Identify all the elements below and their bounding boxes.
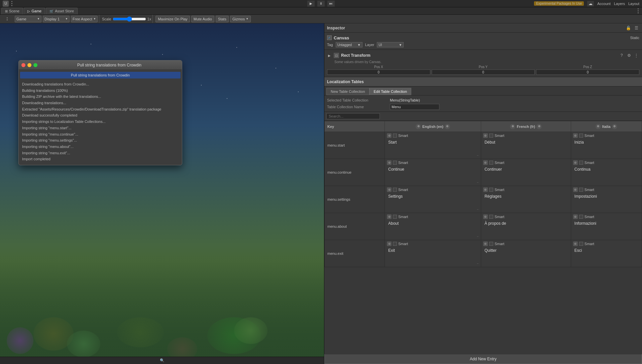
pos-z-label: Pos Z (536, 65, 639, 69)
rect-transform-icon: ⊡ (334, 53, 339, 58)
maximize-on-play-btn[interactable]: Maximize On Play (155, 16, 190, 22)
log-line-7: Importing string "menu.start"... (22, 125, 179, 131)
smart-label: Smart (495, 215, 504, 219)
smart-checkbox[interactable] (579, 134, 583, 138)
window-close-button[interactable] (21, 63, 25, 67)
tab-bar-menu[interactable] (637, 8, 639, 14)
layers-link[interactable]: Layers (614, 2, 625, 6)
view-options-group: Maximize On Play Mute Audio Stats Gizmos… (154, 15, 252, 23)
cell-expand[interactable]: − (387, 235, 479, 238)
smart-label: Smart (584, 242, 594, 246)
tab-scene-label: Scene (9, 9, 19, 13)
smart-checkbox[interactable] (393, 215, 397, 219)
lock-icon[interactable]: 🔓 (625, 25, 631, 31)
smart-label: Smart (584, 215, 594, 219)
display-dropdown[interactable]: Display 1 ▼ (43, 16, 70, 22)
tag-dropdown[interactable]: Untagged ▼ (336, 42, 362, 47)
table-row: menu.continue ⚙ Smart Continue − (325, 159, 642, 186)
mute-audio-btn[interactable]: Mute Audio (191, 16, 214, 22)
smart-checkbox[interactable] (489, 242, 493, 246)
log-line-3: Downloading translations... (22, 100, 179, 106)
add-new-entry-button[interactable]: Add New Entry (324, 354, 642, 364)
play-button[interactable]: ▶ (307, 1, 315, 7)
smart-checkbox[interactable] (579, 161, 583, 165)
step-button[interactable]: ⏭ (327, 1, 335, 7)
top-bar: U ▶ ⏸ ⏭ Experimental Packages In Use ☁ A… (0, 0, 642, 7)
cell-value: Continuer (483, 166, 569, 184)
pos-z-input[interactable] (536, 69, 639, 75)
loc-search (324, 112, 642, 121)
top-bar-right: Experimental Packages In Use ☁ Account L… (534, 1, 639, 6)
window-maximize-button[interactable] (33, 63, 37, 67)
log-line-1: Building translations (100%) (22, 87, 179, 94)
canvas-enabled-checkbox[interactable]: ✓ (327, 35, 332, 40)
search-input[interactable] (326, 113, 380, 119)
smart-icon: ⚙ (573, 160, 578, 165)
gizmos-btn[interactable]: Gizmos ▼ (230, 16, 251, 22)
smart-checkbox[interactable] (489, 215, 493, 219)
rect-more-icon[interactable]: ⋮ (633, 52, 639, 58)
row-en-exit: ⚙ Smart Exit − (385, 240, 481, 267)
canvas-section: ✓ Canvas Static Tag Untagged ▼ Layer UI … (324, 33, 642, 50)
store-icon: 🛒 (49, 9, 54, 13)
aspect-dropdown[interactable]: Free Aspect ▼ (71, 16, 98, 22)
collection-name-input[interactable] (390, 104, 439, 110)
row-key-exit: menu.exit (325, 240, 385, 267)
experimental-packages-badge[interactable]: Experimental Packages In Use (534, 1, 584, 6)
smart-label: Smart (495, 242, 504, 246)
smart-checkbox[interactable] (393, 242, 397, 246)
collection-name-row: Table Collection Name (327, 104, 639, 110)
game-dropdown[interactable]: Game ▼ (15, 16, 41, 22)
stats-btn[interactable]: Stats (216, 16, 229, 22)
smart-checkbox[interactable] (489, 188, 493, 192)
rect-transform-header[interactable]: ▶ ⊡ Rect Transform ? ⚙ ⋮ (327, 52, 639, 59)
tab-game[interactable]: ▷ Game (24, 8, 45, 14)
row-fr-continue: ⚙ Smart Continuer (481, 159, 571, 186)
layer-dropdown[interactable]: UI ▼ (377, 42, 404, 47)
toolbar-dots[interactable] (6, 17, 8, 21)
log-line-0: Downloading translations from Crowdin... (22, 81, 179, 87)
log-line-6: Importing strings to Localization Table … (22, 119, 179, 125)
cell-expand[interactable]: − (387, 181, 479, 184)
smart-checkbox[interactable] (489, 134, 493, 138)
loc-table-container[interactable]: Key ⚙ English (en) ⚙ ⚙ (324, 121, 642, 354)
row-it-about: ⚙ Smart Informazioni (571, 213, 642, 240)
smart-checkbox[interactable] (579, 215, 583, 219)
en-flag-icon: ⚙ (416, 124, 421, 129)
pause-button[interactable]: ⏸ (317, 1, 325, 7)
smart-checkbox[interactable] (579, 242, 583, 246)
pos-x-input[interactable] (327, 69, 430, 75)
cell-expand[interactable]: − (387, 208, 479, 211)
tab-new-table-collection[interactable]: New Table Collection (326, 88, 369, 95)
cloud-icon[interactable]: ☁ (587, 1, 594, 6)
canvas-name: Canvas (334, 35, 349, 40)
inspector-header: Inspector 🔓 ☰ (324, 23, 642, 33)
smart-checkbox[interactable] (579, 188, 583, 192)
cell-expand[interactable]: − (387, 262, 479, 265)
canvas-tags-row: Tag Untagged ▼ Layer UI ▼ (327, 41, 639, 48)
rect-info-icon[interactable]: ? (619, 52, 625, 58)
fr-settings-icon[interactable]: ⚙ (536, 124, 542, 129)
smart-checkbox[interactable] (393, 161, 397, 165)
cell-expand[interactable]: − (387, 154, 479, 157)
cell-value: Début (483, 139, 569, 157)
rect-settings-icon[interactable]: ⚙ (626, 52, 632, 58)
smart-checkbox[interactable] (393, 134, 397, 138)
tab-scene[interactable]: ⊞ Scene (1, 8, 23, 14)
smart-checkbox[interactable] (489, 161, 493, 165)
menu-dots[interactable] (11, 0, 13, 7)
dialog-titlebar: Pull string translations from Crowdin (19, 60, 182, 70)
layout-link[interactable]: Layout (628, 2, 639, 6)
inspector-menu-icon[interactable]: ☰ (633, 25, 639, 31)
cell-fr-start: ⚙ Smart Début (481, 132, 571, 159)
account-link[interactable]: Account (597, 2, 611, 6)
tab-edit-table-collection[interactable]: Edit Table Collection (369, 88, 411, 95)
smart-checkbox[interactable] (393, 188, 397, 192)
tab-asset-store[interactable]: 🛒 Asset Store (46, 8, 78, 14)
cell-value: Esci (573, 247, 640, 265)
scale-slider[interactable] (113, 16, 146, 22)
it-settings-icon[interactable]: ⚙ (612, 124, 617, 129)
window-minimize-button[interactable] (27, 63, 31, 67)
pos-y-input[interactable] (432, 69, 535, 75)
en-settings-icon[interactable]: ⚙ (445, 124, 450, 129)
